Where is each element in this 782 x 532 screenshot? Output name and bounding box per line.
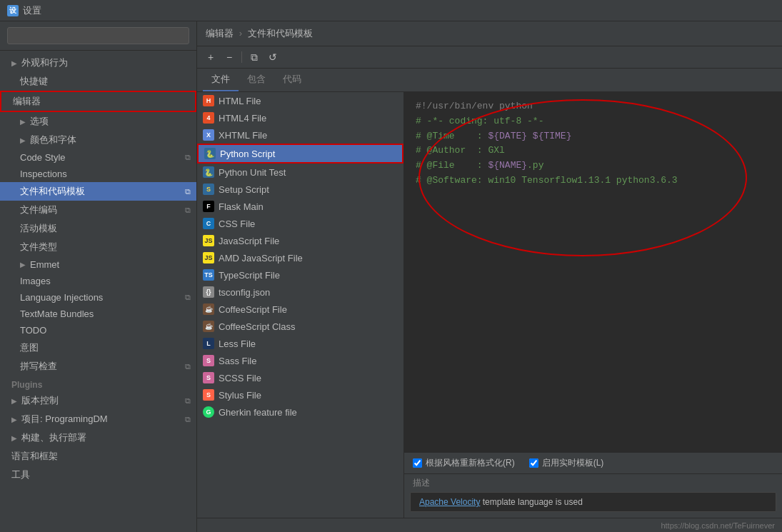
- ts-file-icon: TS: [203, 269, 214, 281]
- sidebar-item-images[interactable]: Images: [0, 273, 196, 289]
- sidebar-item-appearance[interactable]: ▶ 外观和行为: [0, 54, 196, 72]
- badge-icon: ⧉: [185, 153, 191, 162]
- file-item-label: Less File: [219, 338, 256, 349]
- sidebar-item-live-templates[interactable]: 活动模板: [0, 219, 196, 238]
- file-item-label: Stylus File: [219, 390, 261, 401]
- file-item-html[interactable]: H HTML File: [197, 92, 403, 109]
- setup-file-icon: S: [203, 184, 214, 195]
- scss-file-icon: S: [203, 372, 214, 383]
- file-item-python-unit-test[interactable]: 🐍 Python Unit Test: [197, 164, 403, 181]
- sidebar-item-inspections[interactable]: Inspections: [0, 166, 196, 182]
- code-panel: #!/usr/bin/env python # -*- coding: utf-…: [404, 92, 782, 518]
- remove-button[interactable]: −: [221, 49, 237, 65]
- sidebar-item-tools[interactable]: 工具: [0, 466, 196, 484]
- flask-file-icon: F: [203, 201, 214, 212]
- file-item-label: TypeScript File: [219, 270, 280, 281]
- title-bar: 设 设置: [0, 0, 782, 21]
- arrow-icon: ▶: [11, 434, 19, 442]
- badge-icon: ⧉: [185, 362, 191, 371]
- badge-copy-icon: ⧉: [185, 187, 191, 196]
- tab-includes[interactable]: 包含: [239, 69, 274, 91]
- code-line-4: # @Author : GXl: [416, 144, 771, 159]
- file-item-css[interactable]: C CSS File: [197, 215, 403, 232]
- tab-code[interactable]: 代码: [274, 69, 310, 91]
- sidebar-item-todo[interactable]: TODO: [0, 322, 196, 338]
- file-item-coffee[interactable]: ☕ CoffeeScript File: [197, 301, 403, 318]
- sidebar-item-build[interactable]: ▶ 构建、执行部署: [0, 428, 196, 447]
- sidebar-item-shortcuts[interactable]: 快捷键: [0, 72, 196, 91]
- json-file-icon: {}: [203, 286, 214, 298]
- code-line-5: # @File : ${NAME}.py: [416, 159, 771, 174]
- arrow-icon: ▶: [20, 261, 27, 268]
- search-input[interactable]: [7, 27, 189, 44]
- file-item-amd-js[interactable]: JS AMD JavaScript File: [197, 249, 403, 266]
- file-item-scss[interactable]: S SCSS File: [197, 369, 403, 386]
- sidebar-item-intentions[interactable]: 意图: [0, 338, 196, 357]
- apache-velocity-link[interactable]: Apache Velocity: [419, 497, 480, 507]
- file-item-js[interactable]: JS JavaScript File: [197, 232, 403, 249]
- reformat-label: 根据风格重新格式化(R): [426, 457, 515, 469]
- live-template-checkbox-label[interactable]: 启用实时模板(L): [529, 457, 604, 469]
- sidebar-item-editor[interactable]: 编辑器: [0, 91, 196, 112]
- code-line-6: # @Software: win10 Tensorflow1.13.1 pyth…: [416, 174, 771, 189]
- file-item-label: AMD JavaScript File: [219, 253, 303, 264]
- status-bar: https://blog.csdn.net/TeFuirnever: [197, 518, 782, 532]
- file-item-flask[interactable]: F Flask Main: [197, 198, 403, 215]
- file-item-label: Sass File: [219, 356, 256, 366]
- content-area: 编辑器 › 文件和代码模板 + − ⧉ ↺ 文件 包含 代码 H HTML Fi…: [197, 21, 782, 532]
- sidebar-item-vcs[interactable]: ▶ 版本控制 ⧉: [0, 391, 196, 410]
- code-line-1: #!/usr/bin/env python: [416, 99, 771, 114]
- file-item-stylus[interactable]: S Stylus File: [197, 386, 403, 403]
- file-item-sass[interactable]: S Sass File: [197, 352, 403, 369]
- sidebar-item-languages[interactable]: 语言和框架: [0, 447, 196, 466]
- add-button[interactable]: +: [203, 49, 219, 65]
- badge-icon: ⧉: [185, 396, 191, 406]
- file-item-label: CoffeeScript Class: [219, 321, 295, 332]
- sidebar: ▶ 外观和行为 快捷键 编辑器 ▶ 选项 ▶ 颜色和字体 Co: [0, 21, 197, 532]
- sidebar-tree: ▶ 外观和行为 快捷键 编辑器 ▶ 选项 ▶ 颜色和字体 Co: [0, 51, 196, 532]
- coffee-file-icon: ☕: [203, 303, 214, 315]
- reformat-checkbox[interactable]: [413, 458, 422, 468]
- badge-icon: ⧉: [185, 206, 191, 215]
- sidebar-item-file-types[interactable]: 文件类型: [0, 238, 196, 256]
- file-item-ts[interactable]: TS TypeScript File: [197, 266, 403, 283]
- badge-icon: ⧉: [185, 415, 191, 424]
- reformat-checkbox-label[interactable]: 根据风格重新格式化(R): [413, 457, 515, 469]
- breadcrumb-current: 文件和代码模板: [248, 28, 313, 39]
- arrow-icon: ▶: [20, 136, 27, 144]
- file-item-label: SCSS File: [219, 373, 261, 383]
- sidebar-item-code-style[interactable]: Code Style ⧉: [0, 149, 196, 166]
- sidebar-item-textmate[interactable]: TextMate Bundles: [0, 306, 196, 322]
- code-editor[interactable]: #!/usr/bin/env python # -*- coding: utf-…: [404, 92, 782, 452]
- sidebar-item-language-injections[interactable]: Language Injections ⧉: [0, 289, 196, 306]
- file-item-html4[interactable]: 4 HTML4 File: [197, 109, 403, 126]
- copy-button[interactable]: ⧉: [246, 49, 262, 65]
- arrow-icon: ▶: [11, 397, 19, 405]
- title-bar-text: 设置: [23, 4, 41, 17]
- live-template-checkbox[interactable]: [529, 458, 538, 468]
- file-item-setup[interactable]: S Setup Script: [197, 181, 403, 198]
- file-item-label: tsconfig.json: [219, 287, 270, 298]
- sidebar-item-project[interactable]: ▶ 项目: ProgramingDM ⧉: [0, 410, 196, 428]
- sidebar-item-file-templates[interactable]: 文件和代码模板 ⧉: [0, 182, 196, 201]
- sidebar-item-emmet[interactable]: ▶ Emmet: [0, 256, 196, 273]
- app-icon: 设: [7, 5, 19, 16]
- file-item-python-script[interactable]: 🐍 Python Script: [197, 144, 403, 164]
- code-line-2: # -*- coding: utf-8 -*-: [416, 114, 771, 129]
- file-item-tsconfig[interactable]: {} tsconfig.json: [197, 283, 403, 301]
- tab-files[interactable]: 文件: [203, 69, 239, 91]
- breadcrumb-separator: ›: [239, 28, 245, 39]
- amd-js-file-icon: JS: [203, 252, 214, 264]
- file-item-xhtml[interactable]: X XHTML File: [197, 126, 403, 144]
- html4-file-icon: 4: [203, 112, 214, 124]
- sidebar-item-colors[interactable]: ▶ 颜色和字体: [0, 131, 196, 149]
- sidebar-item-file-encoding[interactable]: 文件编码 ⧉: [0, 201, 196, 219]
- sidebar-item-spell-check[interactable]: 拼写检查 ⧉: [0, 357, 196, 376]
- file-item-less[interactable]: L Less File: [197, 335, 403, 352]
- python-unit-icon: 🐍: [203, 166, 214, 178]
- file-item-gherkin[interactable]: G Gherkin feature file: [197, 403, 403, 421]
- js-file-icon: JS: [203, 235, 214, 246]
- file-item-coffee-class[interactable]: ☕ CoffeeScript Class: [197, 318, 403, 335]
- reset-button[interactable]: ↺: [265, 49, 281, 65]
- sidebar-item-options[interactable]: ▶ 选项: [0, 112, 196, 131]
